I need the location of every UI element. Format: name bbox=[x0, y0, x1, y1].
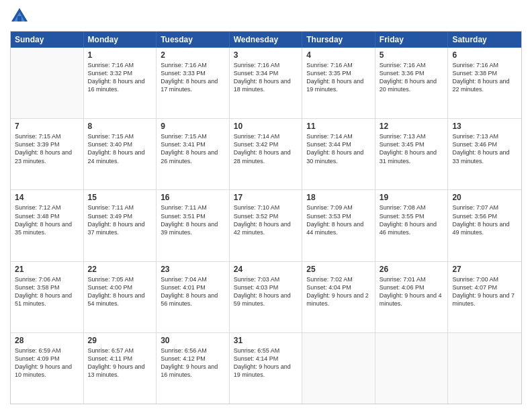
cell-info: Sunrise: 7:13 AM Sunset: 3:46 PM Dayligh… bbox=[452, 132, 517, 165]
day-number: 18 bbox=[306, 193, 371, 202]
cal-cell: 17Sunrise: 7:10 AM Sunset: 3:52 PM Dayli… bbox=[230, 190, 303, 261]
cell-info: Sunrise: 7:10 AM Sunset: 3:52 PM Dayligh… bbox=[234, 203, 298, 236]
logo bbox=[10, 7, 32, 26]
day-number: 19 bbox=[380, 193, 444, 202]
week-row-4: 28Sunrise: 6:59 AM Sunset: 4:09 PM Dayli… bbox=[11, 332, 521, 404]
header-cell-friday: Friday bbox=[375, 32, 449, 48]
cell-info: Sunrise: 7:13 AM Sunset: 3:45 PM Dayligh… bbox=[380, 132, 444, 165]
cal-cell: 11Sunrise: 7:14 AM Sunset: 3:44 PM Dayli… bbox=[302, 119, 375, 189]
cell-info: Sunrise: 7:02 AM Sunset: 4:04 PM Dayligh… bbox=[306, 275, 371, 308]
day-number: 6 bbox=[452, 50, 517, 60]
day-number: 27 bbox=[452, 265, 517, 274]
week-row-2: 14Sunrise: 7:12 AM Sunset: 3:48 PM Dayli… bbox=[11, 189, 521, 261]
cell-info: Sunrise: 7:15 AM Sunset: 3:40 PM Dayligh… bbox=[88, 132, 152, 165]
day-number: 21 bbox=[15, 265, 79, 274]
cal-cell: 4Sunrise: 7:16 AM Sunset: 3:35 PM Daylig… bbox=[302, 48, 375, 118]
cal-cell: 1Sunrise: 7:16 AM Sunset: 3:32 PM Daylig… bbox=[84, 48, 157, 118]
cal-cell: 31Sunrise: 6:55 AM Sunset: 4:14 PM Dayli… bbox=[230, 333, 303, 404]
header-cell-thursday: Thursday bbox=[302, 32, 375, 48]
day-number: 17 bbox=[234, 193, 298, 202]
cal-cell: 27Sunrise: 7:00 AM Sunset: 4:07 PM Dayli… bbox=[448, 262, 521, 332]
header bbox=[10, 7, 522, 26]
cell-info: Sunrise: 7:12 AM Sunset: 3:48 PM Dayligh… bbox=[15, 203, 79, 236]
svg-rect-2 bbox=[17, 16, 21, 21]
day-number: 10 bbox=[234, 122, 298, 131]
cell-info: Sunrise: 7:15 AM Sunset: 3:41 PM Dayligh… bbox=[161, 132, 225, 165]
cal-cell: 21Sunrise: 7:06 AM Sunset: 3:58 PM Dayli… bbox=[11, 262, 84, 332]
cell-info: Sunrise: 6:55 AM Sunset: 4:14 PM Dayligh… bbox=[234, 347, 298, 379]
cell-info: Sunrise: 7:16 AM Sunset: 3:32 PM Dayligh… bbox=[88, 61, 152, 94]
cal-cell: 9Sunrise: 7:15 AM Sunset: 3:41 PM Daylig… bbox=[157, 119, 230, 189]
cal-cell: 30Sunrise: 6:56 AM Sunset: 4:12 PM Dayli… bbox=[157, 333, 230, 404]
day-number: 7 bbox=[15, 122, 79, 131]
cal-cell: 12Sunrise: 7:13 AM Sunset: 3:45 PM Dayli… bbox=[375, 119, 449, 189]
cal-cell bbox=[375, 333, 449, 404]
cell-info: Sunrise: 7:16 AM Sunset: 3:36 PM Dayligh… bbox=[380, 61, 444, 94]
cell-info: Sunrise: 7:11 AM Sunset: 3:51 PM Dayligh… bbox=[161, 203, 225, 236]
calendar: SundayMondayTuesdayWednesdayThursdayFrid… bbox=[10, 31, 522, 404]
day-number: 25 bbox=[306, 265, 371, 274]
cal-cell: 3Sunrise: 7:16 AM Sunset: 3:34 PM Daylig… bbox=[230, 48, 303, 118]
cell-info: Sunrise: 7:14 AM Sunset: 3:42 PM Dayligh… bbox=[234, 132, 298, 165]
page: SundayMondayTuesdayWednesdayThursdayFrid… bbox=[0, 0, 532, 411]
cal-cell bbox=[302, 333, 375, 404]
cell-info: Sunrise: 7:11 AM Sunset: 3:49 PM Dayligh… bbox=[88, 203, 152, 236]
day-number: 30 bbox=[161, 336, 225, 345]
cell-info: Sunrise: 7:16 AM Sunset: 3:35 PM Dayligh… bbox=[306, 61, 371, 94]
cal-cell: 23Sunrise: 7:04 AM Sunset: 4:01 PM Dayli… bbox=[157, 262, 230, 332]
calendar-body: 1Sunrise: 7:16 AM Sunset: 3:32 PM Daylig… bbox=[11, 48, 521, 404]
day-number: 3 bbox=[234, 50, 298, 60]
day-number: 2 bbox=[161, 50, 225, 60]
cal-cell bbox=[11, 48, 84, 118]
day-number: 5 bbox=[380, 50, 444, 60]
day-number: 4 bbox=[306, 50, 371, 60]
cal-cell: 18Sunrise: 7:09 AM Sunset: 3:53 PM Dayli… bbox=[302, 190, 375, 261]
cell-info: Sunrise: 7:14 AM Sunset: 3:44 PM Dayligh… bbox=[306, 132, 371, 165]
cal-cell bbox=[448, 333, 521, 404]
day-number: 11 bbox=[306, 122, 371, 131]
cal-cell: 6Sunrise: 7:16 AM Sunset: 3:38 PM Daylig… bbox=[448, 48, 521, 118]
cal-cell: 13Sunrise: 7:13 AM Sunset: 3:46 PM Dayli… bbox=[448, 119, 521, 189]
cell-info: Sunrise: 6:59 AM Sunset: 4:09 PM Dayligh… bbox=[15, 347, 79, 379]
header-cell-wednesday: Wednesday bbox=[230, 32, 303, 48]
week-row-3: 21Sunrise: 7:06 AM Sunset: 3:58 PM Dayli… bbox=[11, 261, 521, 332]
day-number: 15 bbox=[88, 193, 152, 202]
cell-info: Sunrise: 7:03 AM Sunset: 4:03 PM Dayligh… bbox=[234, 275, 298, 308]
day-number: 8 bbox=[88, 122, 152, 131]
day-number: 23 bbox=[161, 265, 225, 274]
cell-info: Sunrise: 7:06 AM Sunset: 3:58 PM Dayligh… bbox=[15, 275, 79, 308]
cal-cell: 2Sunrise: 7:16 AM Sunset: 3:33 PM Daylig… bbox=[157, 48, 230, 118]
cell-info: Sunrise: 7:07 AM Sunset: 3:56 PM Dayligh… bbox=[452, 203, 517, 236]
cal-cell: 15Sunrise: 7:11 AM Sunset: 3:49 PM Dayli… bbox=[84, 190, 157, 261]
day-number: 16 bbox=[161, 193, 225, 202]
header-cell-monday: Monday bbox=[84, 32, 157, 48]
cell-info: Sunrise: 7:15 AM Sunset: 3:39 PM Dayligh… bbox=[15, 132, 79, 165]
day-number: 9 bbox=[161, 122, 225, 131]
cell-info: Sunrise: 7:04 AM Sunset: 4:01 PM Dayligh… bbox=[161, 275, 225, 308]
cell-info: Sunrise: 7:16 AM Sunset: 3:38 PM Dayligh… bbox=[452, 61, 517, 94]
cal-cell: 19Sunrise: 7:08 AM Sunset: 3:55 PM Dayli… bbox=[375, 190, 449, 261]
logo-icon bbox=[10, 7, 29, 26]
cell-info: Sunrise: 7:00 AM Sunset: 4:07 PM Dayligh… bbox=[452, 275, 517, 308]
day-number: 24 bbox=[234, 265, 298, 274]
day-number: 26 bbox=[380, 265, 444, 274]
cell-info: Sunrise: 6:57 AM Sunset: 4:11 PM Dayligh… bbox=[88, 347, 152, 379]
cal-cell: 16Sunrise: 7:11 AM Sunset: 3:51 PM Dayli… bbox=[157, 190, 230, 261]
cal-cell: 25Sunrise: 7:02 AM Sunset: 4:04 PM Dayli… bbox=[302, 262, 375, 332]
day-number: 31 bbox=[234, 336, 298, 345]
header-cell-tuesday: Tuesday bbox=[157, 32, 230, 48]
cal-cell: 20Sunrise: 7:07 AM Sunset: 3:56 PM Dayli… bbox=[448, 190, 521, 261]
cal-cell: 24Sunrise: 7:03 AM Sunset: 4:03 PM Dayli… bbox=[230, 262, 303, 332]
week-row-1: 7Sunrise: 7:15 AM Sunset: 3:39 PM Daylig… bbox=[11, 118, 521, 189]
cal-cell: 5Sunrise: 7:16 AM Sunset: 3:36 PM Daylig… bbox=[375, 48, 449, 118]
header-cell-sunday: Sunday bbox=[11, 32, 84, 48]
cell-info: Sunrise: 7:05 AM Sunset: 4:00 PM Dayligh… bbox=[88, 275, 152, 308]
cal-cell: 8Sunrise: 7:15 AM Sunset: 3:40 PM Daylig… bbox=[84, 119, 157, 189]
cal-cell: 22Sunrise: 7:05 AM Sunset: 4:00 PM Dayli… bbox=[84, 262, 157, 332]
cal-cell: 28Sunrise: 6:59 AM Sunset: 4:09 PM Dayli… bbox=[11, 333, 84, 404]
cell-info: Sunrise: 7:16 AM Sunset: 3:34 PM Dayligh… bbox=[234, 61, 298, 94]
cell-info: Sunrise: 7:08 AM Sunset: 3:55 PM Dayligh… bbox=[380, 203, 444, 236]
day-number: 20 bbox=[452, 193, 517, 202]
day-number: 22 bbox=[88, 265, 152, 274]
cal-cell: 26Sunrise: 7:01 AM Sunset: 4:06 PM Dayli… bbox=[375, 262, 449, 332]
